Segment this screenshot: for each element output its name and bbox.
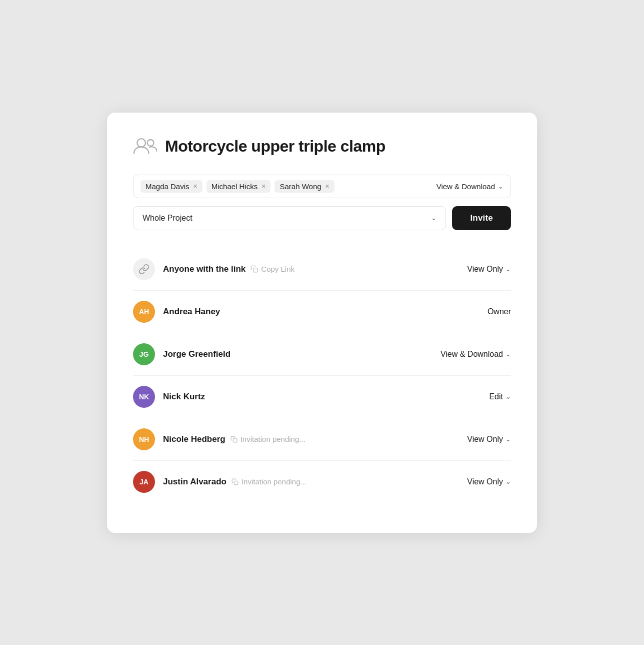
copy-link-button[interactable]: Copy Link: [250, 265, 294, 273]
invite-section: Magda Davis × Michael Hicks × Sarah Wong…: [133, 175, 511, 230]
member-row-andrea-haney: AH Andrea Haney Owner: [133, 291, 511, 333]
role-dropdown-nicole-hedberg[interactable]: View Only ⌄: [467, 435, 511, 444]
scope-invite-row: Whole Project ⌄ Invite: [133, 206, 511, 230]
member-row-jorge-greenfield: JG Jorge Greenfield View & Download ⌄: [133, 333, 511, 376]
member-info-link: Anyone with the link Copy Link: [163, 264, 459, 274]
svg-rect-3: [233, 438, 237, 442]
member-name-link: Anyone with the link: [163, 264, 246, 274]
svg-point-1: [148, 140, 154, 146]
chevron-down-icon: ⌄: [498, 183, 504, 190]
role-dropdown-jorge-greenfield[interactable]: View & Download ⌄: [440, 350, 511, 359]
member-name-nick-kurtz: Nick Kurtz: [163, 392, 205, 402]
role-owner-andrea-haney: Owner: [488, 307, 511, 316]
share-modal: Motorcycle upper triple clamp Magda Davi…: [107, 113, 537, 533]
modal-header: Motorcycle upper triple clamp: [133, 137, 511, 157]
member-info-nick-kurtz: Nick Kurtz: [163, 392, 481, 402]
permission-dropdown[interactable]: View & Download ⌄: [436, 182, 504, 191]
page-title: Motorcycle upper triple clamp: [165, 137, 386, 156]
member-name-justin-alvarado: Justin Alvarado: [163, 477, 226, 487]
role-dropdown-justin-alvarado[interactable]: View Only ⌄: [467, 477, 511, 486]
pending-label-nicole-hedberg: Invitation pending...: [230, 435, 306, 443]
member-name-jorge-greenfield: Jorge Greenfield: [163, 349, 230, 359]
avatar-nick-kurtz: NK: [133, 386, 155, 408]
svg-rect-4: [234, 481, 238, 485]
avatar-justin-alvarado: JA: [133, 471, 155, 493]
role-dropdown-nick-kurtz[interactable]: Edit ⌄: [489, 392, 511, 401]
tag-sarah-wong[interactable]: Sarah Wong ×: [274, 180, 334, 193]
member-row-link: Anyone with the link Copy Link View Only…: [133, 248, 511, 291]
chevron-down-icon: ⌄: [506, 393, 511, 400]
chevron-down-icon: ⌄: [431, 214, 436, 222]
svg-rect-2: [254, 268, 258, 272]
member-info-nicole-hedberg: Nicole Hedberg Invitation pending...: [163, 434, 459, 444]
scope-dropdown[interactable]: Whole Project ⌄: [133, 206, 446, 230]
chevron-down-icon: ⌄: [506, 265, 511, 273]
member-row-justin-alvarado: JA Justin Alvarado Invitation pending...…: [133, 461, 511, 503]
chevron-down-icon: ⌄: [506, 435, 511, 443]
people-icon: [133, 137, 157, 157]
avatar-link: [133, 258, 155, 280]
member-row-nicole-hedberg: NH Nicole Hedberg Invitation pending... …: [133, 418, 511, 461]
member-name-andrea-haney: Andrea Haney: [163, 307, 220, 317]
pending-label-justin-alvarado: Invitation pending...: [232, 477, 306, 486]
remove-sarah-wong[interactable]: ×: [326, 183, 330, 190]
tag-michael-hicks[interactable]: Michael Hicks ×: [206, 180, 271, 193]
avatar-andrea-haney: AH: [133, 301, 155, 323]
member-name-nicole-hedberg: Nicole Hedberg: [163, 434, 226, 444]
invite-button[interactable]: Invite: [452, 206, 511, 230]
chevron-down-icon: ⌄: [506, 478, 511, 485]
role-dropdown-link[interactable]: View Only ⌄: [467, 265, 511, 274]
member-info-andrea-haney: Andrea Haney: [163, 307, 480, 317]
tag-magda-davis[interactable]: Magda Davis ×: [140, 180, 202, 193]
members-list: Anyone with the link Copy Link View Only…: [133, 248, 511, 503]
svg-point-0: [137, 139, 146, 147]
remove-michael-hicks[interactable]: ×: [262, 183, 266, 190]
member-info-jorge-greenfield: Jorge Greenfield: [163, 349, 432, 359]
remove-magda-davis[interactable]: ×: [194, 183, 198, 190]
avatar-nicole-hedberg: NH: [133, 428, 155, 450]
member-row-nick-kurtz: NK Nick Kurtz Edit ⌄: [133, 376, 511, 418]
chevron-down-icon: ⌄: [506, 350, 511, 358]
avatar-jorge-greenfield: JG: [133, 343, 155, 365]
member-info-justin-alvarado: Justin Alvarado Invitation pending...: [163, 477, 459, 487]
tags-permission-row[interactable]: Magda Davis × Michael Hicks × Sarah Wong…: [133, 175, 511, 198]
